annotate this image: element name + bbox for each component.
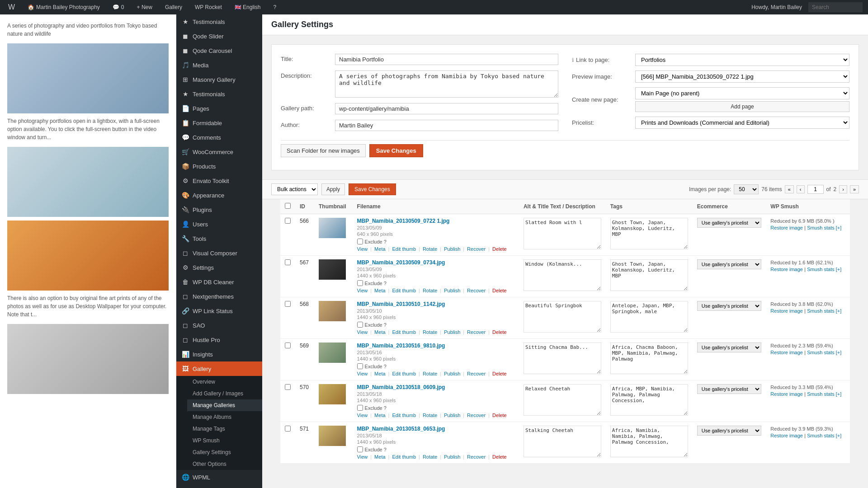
alt-textarea-568[interactable]: Beautiful Springbok [524,301,601,333]
restore-image-link-570[interactable]: Restore image [770,391,803,397]
sidebar-sub-gallery-settings[interactable]: Gallery Settings [187,446,262,458]
restore-image-link-568[interactable]: Restore image [770,308,803,314]
sidebar-item-users[interactable]: 👤 Users [176,217,262,231]
save-changes-top-button[interactable]: Save Changes [369,144,423,157]
alt-textarea-569[interactable]: Sitting Chacma Bab... [524,343,601,374]
wp-logo[interactable]: W [5,0,18,14]
edit-thumb-link-568[interactable]: Edit thumb [392,329,416,335]
delete-link-571[interactable]: Delete [492,454,507,460]
alt-textarea-566[interactable]: Slatted Room with l [524,218,601,249]
view-link-568[interactable]: View [357,329,368,335]
sidebar-item-wp-db-cleaner[interactable]: 🗑 WP DB Cleaner [176,275,262,289]
exclude-check-571[interactable] [357,446,363,452]
exclude-check-570[interactable] [357,405,363,411]
delete-link-567[interactable]: Delete [492,288,507,293]
edit-thumb-link-569[interactable]: Edit thumb [392,371,416,376]
restore-image-link-566[interactable]: Restore image [770,225,803,230]
delete-link-570[interactable]: Delete [492,413,507,418]
sidebar-item-envato[interactable]: ⚙ Envato Toolkit [176,174,262,188]
row-checkbox-568[interactable] [285,301,291,307]
view-link-571[interactable]: View [357,454,368,460]
adminbar-comments[interactable]: 💬 0 [110,0,127,14]
adminbar-gallery[interactable]: Gallery [162,0,185,14]
smush-stats-link-569[interactable]: Smush stats [+] [807,350,841,355]
sidebar-item-products[interactable]: 📦 Products [176,159,262,174]
recover-link-570[interactable]: Recover [467,413,486,418]
ecommerce-select-567[interactable]: Use gallery's pricelist [697,259,762,269]
sidebar-item-wp-link-status[interactable]: 🔗 WP Link Status [176,304,262,318]
tags-textarea-570[interactable]: Africa, MBP, Namibia, Palmwag, Palmwag C… [610,384,688,416]
smush-stats-link-568[interactable]: Smush stats [+] [807,308,841,314]
preview-image-select[interactable]: [566] MBP_Namibia_20130509_0722 1.jpg [635,70,849,83]
apply-button[interactable]: Apply [321,183,345,195]
filename-link-570[interactable]: MBP_Namibia_20130518_0609.jpg [357,384,445,390]
sidebar-item-formidable[interactable]: 📋 Formidable [176,116,262,130]
description-input[interactable]: A series of photographs from Namibia by … [335,70,558,98]
adminbar-search-input[interactable] [808,2,863,12]
sidebar-item-testimonials-2[interactable]: ★ Testimonials [176,87,262,101]
publish-link-566[interactable]: Publish [444,246,460,252]
adminbar-user-name[interactable]: Howdy, Martin Bailey [749,0,805,14]
row-checkbox-569[interactable] [285,343,291,348]
sidebar-item-testimonials[interactable]: ★ Testimonials [176,14,262,29]
meta-link-566[interactable]: Meta [374,246,385,252]
prev-page-button[interactable]: ‹ [797,185,805,193]
title-input[interactable] [335,54,558,65]
sidebar-item-plugins[interactable]: 🔌 Plugins [176,202,262,217]
meta-link-568[interactable]: Meta [374,329,385,335]
sidebar-item-woocommerce[interactable]: 🛒 WooCommerce [176,145,262,159]
view-link-570[interactable]: View [357,413,368,418]
ecommerce-select-568[interactable]: Use gallery's pricelist [697,301,762,311]
sidebar-item-media[interactable]: 🎵 Media [176,58,262,72]
restore-image-link-569[interactable]: Restore image [770,350,803,355]
meta-link-569[interactable]: Meta [374,371,385,376]
tags-textarea-568[interactable]: Antelope, Japan, MBP, Springbok, male [610,301,688,333]
author-input[interactable] [335,120,558,131]
meta-link-567[interactable]: Meta [374,288,385,293]
delete-link-568[interactable]: Delete [492,329,507,335]
exclude-check-567[interactable] [357,280,363,286]
rotate-link-571[interactable]: Rotate [423,454,437,460]
link-to-page-select[interactable]: Portfolios [635,54,849,66]
edit-thumb-link-567[interactable]: Edit thumb [392,288,416,293]
delete-link-566[interactable]: Delete [492,246,507,252]
recover-link-569[interactable]: Recover [467,371,486,376]
sidebar-item-insights[interactable]: 📊 Insights [176,347,262,361]
sidebar-item-masonry-gallery[interactable]: ⊞ Masonry Gallery [176,72,262,87]
smush-stats-link-566[interactable]: Smush stats [+] [807,225,841,230]
tags-textarea-571[interactable]: Africa, Namibia, Namibia, Palmwag, Palmw… [610,426,688,457]
sidebar-sub-manage-albums[interactable]: Manage Albums [187,411,262,423]
sidebar-sub-manage-galleries[interactable]: Manage Galleries [187,399,262,411]
meta-link-571[interactable]: Meta [374,454,385,460]
publish-link-570[interactable]: Publish [444,413,460,418]
sidebar-sub-manage-tags[interactable]: Manage Tags [187,423,262,435]
ecommerce-select-570[interactable]: Use gallery's pricelist [697,384,762,394]
bulk-actions-select[interactable]: Bulk actions [271,183,318,195]
gallery-path-input[interactable] [335,103,558,114]
first-page-button[interactable]: « [785,185,794,193]
exclude-check-566[interactable] [357,239,363,244]
sidebar-sub-other-options[interactable]: Other Options [187,458,262,470]
sidebar-sub-overview[interactable]: Overview [187,376,262,388]
tags-textarea-566[interactable]: Ghost Town, Japan, Kolmanskop, Luderitz,… [610,218,688,249]
smush-stats-link-567[interactable]: Smush stats [+] [807,267,841,272]
sidebar-item-appearance[interactable]: 🎨 Appearance [176,188,262,202]
rotate-link-569[interactable]: Rotate [423,371,437,376]
filename-link-567[interactable]: MBP_Namibia_20130509_0734.jpg [357,259,445,266]
view-link-569[interactable]: View [357,371,368,376]
sidebar-item-gallery[interactable]: 🖼 Gallery [176,361,262,376]
filename-link-566[interactable]: MBP_Namibia_20130509_0722 1.jpg [357,218,450,224]
alt-textarea-570[interactable]: Relaxed Cheetah [524,384,601,416]
adminbar-new[interactable]: + New [134,0,155,14]
select-all-checkbox[interactable] [285,203,291,209]
scan-folder-button[interactable]: Scan Folder for new images [281,144,366,157]
exclude-check-568[interactable] [357,322,363,328]
pricelist-select[interactable]: Prints and Downloads (Commercial and Edi… [635,117,849,129]
edit-thumb-link-566[interactable]: Edit thumb [392,246,416,252]
view-link-566[interactable]: View [357,246,368,252]
sidebar-item-qode-carousel[interactable]: ◼ Qode Carousel [176,43,262,58]
view-link-567[interactable]: View [357,288,368,293]
recover-link-566[interactable]: Recover [467,246,486,252]
sidebar-item-comments[interactable]: 💬 Comments [176,130,262,145]
publish-link-569[interactable]: Publish [444,371,460,376]
